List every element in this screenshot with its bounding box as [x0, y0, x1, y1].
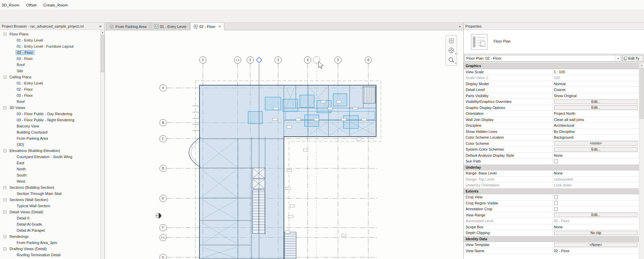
chevron-down-icon[interactable]: ▾: [455, 52, 456, 55]
expander-icon[interactable]: −: [3, 211, 6, 214]
menu-item-3d-room[interactable]: 3D_Room: [0, 0, 23, 7]
tree-item-02-floor[interactable]: 02 - Floor: [0, 49, 100, 56]
property-value[interactable]: 02 - Floor: [553, 248, 639, 254]
expander-icon[interactable]: −: [3, 149, 6, 152]
tree-item-roof[interactable]: Roof: [0, 98, 100, 105]
expander-icon[interactable]: −: [3, 106, 6, 109]
property-edit-button[interactable]: No clip: [554, 231, 638, 235]
type-selector-combobox[interactable]: Floor Plan: 02 - Floor ▾: [464, 55, 621, 62]
property-group-extents[interactable]: Extents: [464, 188, 639, 195]
properties-header[interactable]: Properties: [464, 23, 644, 30]
property-value[interactable]: Clean all wall joins: [553, 117, 639, 123]
project-browser-header[interactable]: Project Browser - rac_advanced_sample_pr…: [0, 23, 104, 30]
properties-scrollbar[interactable]: ▲: [639, 63, 644, 259]
tree-item-02-floor[interactable]: 02 - Floor: [0, 86, 100, 92]
tree-item-elevations-building-elevation[interactable]: −Elevations (Building Elevation): [0, 148, 100, 154]
tree-item-03-floor[interactable]: 03 - Floor: [0, 92, 100, 98]
view-list-dropdown-icon[interactable]: ▼: [458, 25, 461, 28]
type-selector[interactable]: Floor Plan: [464, 30, 644, 54]
scroll-up-icon[interactable]: ▲: [639, 63, 644, 67]
zoom-icon[interactable]: ▾: [447, 56, 456, 64]
expander-icon[interactable]: −: [3, 186, 6, 189]
view-tab-02-floor[interactable]: 02 - Floor✕: [190, 22, 225, 30]
tree-item-03-floor-public-day-rendering[interactable]: 03 - Floor Public - Day Rendering: [0, 111, 100, 117]
browser-scrollbar[interactable]: ▲: [100, 30, 104, 259]
checkbox-unchecked-icon[interactable]: [554, 159, 558, 163]
property-group-graphics[interactable]: Graphics: [464, 63, 639, 69]
tree-item-south[interactable]: South: [0, 172, 100, 178]
tree-item-03-floor-public-night-rendering[interactable]: 03 - Floor Public - Night Rendering: [0, 117, 100, 123]
property-value[interactable]: Edit...: [553, 105, 639, 111]
scrollbar-thumb[interactable]: [640, 68, 644, 119]
property-edit-button[interactable]: Edit...: [554, 213, 638, 217]
property-value[interactable]: 02 - Floor: [553, 218, 639, 224]
property-value[interactable]: By Discipline: [553, 129, 639, 135]
property-value[interactable]: Coarse: [553, 87, 639, 93]
elevation-marker[interactable]: [155, 213, 162, 218]
tree-item-from-parking-area-3pm[interactable]: From Parking Area_3pm: [0, 240, 100, 246]
property-value[interactable]: [553, 158, 639, 164]
property-value[interactable]: Edit...: [553, 99, 639, 105]
property-value[interactable]: [553, 206, 639, 212]
property-value[interactable]: Project North: [553, 111, 639, 117]
steering-wheel-icon[interactable]: ▾: [447, 46, 456, 55]
property-edit-button[interactable]: Edit...: [554, 100, 638, 104]
property-value[interactable]: 1 : 100: [553, 69, 639, 75]
chevron-down-icon[interactable]: ▾: [615, 55, 621, 61]
property-edit-button[interactable]: <none>: [554, 141, 638, 146]
tree-item-building-courtyard[interactable]: Building Courtyard: [0, 129, 100, 135]
property-value[interactable]: Normal: [553, 81, 639, 87]
drawing-area[interactable]: 11.123456 ABCDEFF.1G: [105, 30, 463, 259]
property-value[interactable]: None: [553, 224, 639, 230]
property-value[interactable]: None: [553, 153, 639, 158]
tree-item-drafting-views-detail[interactable]: −Drafting Views (Detail): [0, 246, 100, 252]
tree-item-ceiling-plans[interactable]: −Ceiling Plans: [0, 74, 100, 80]
expander-icon[interactable]: −: [3, 247, 6, 250]
property-value[interactable]: Edit...: [553, 212, 639, 218]
tree-item-site[interactable]: Site: [0, 68, 100, 74]
tree-item-roofing-termination-detail[interactable]: Roofing Termination Detail: [0, 252, 100, 258]
property-value[interactable]: No clip: [553, 230, 639, 236]
property-value[interactable]: Background: [553, 135, 639, 140]
property-value[interactable]: Edit...: [553, 147, 639, 152]
menu-item-offset[interactable]: Offset: [23, 0, 40, 7]
menu-item-create-room[interactable]: Create_Room: [40, 0, 71, 7]
tree-item-sections-wall-section[interactable]: −Sections (Wall Section): [0, 197, 100, 203]
tree-item-detail-at-parapet[interactable]: Detail At Parapet: [0, 227, 100, 233]
close-icon[interactable]: ✕: [98, 25, 103, 28]
tree-item-west[interactable]: West: [0, 178, 100, 184]
property-value[interactable]: <None>: [553, 242, 639, 248]
checkbox-unchecked-icon[interactable]: [554, 207, 558, 211]
property-edit-button[interactable]: Edit...: [554, 147, 638, 152]
view-tab-from-parking-area[interactable]: From Parking Area: [106, 22, 150, 30]
tree-item-01-entry-level[interactable]: 01 - Entry Level: [0, 80, 100, 86]
scroll-up-icon[interactable]: ▲: [100, 30, 104, 34]
chevron-down-icon[interactable]: ▾: [455, 62, 456, 65]
property-group-underlay[interactable]: Underlay: [464, 165, 639, 171]
tree-item-03-floor[interactable]: 03 - Floor: [0, 56, 100, 62]
tree-item-3d[interactable]: {3D}: [0, 141, 100, 148]
property-value[interactable]: Architectural: [553, 123, 639, 128]
close-tab-icon[interactable]: ✕: [219, 25, 221, 28]
edit-type-button[interactable]: Edit Ty: [622, 55, 643, 62]
property-value[interactable]: None: [553, 170, 639, 176]
checkbox-unchecked-icon[interactable]: [554, 195, 558, 199]
view-tab-01-entry-level[interactable]: 01 - Entry Level: [151, 22, 190, 30]
expander-icon[interactable]: −: [3, 235, 6, 238]
tree-item-detail-views-detail[interactable]: −Detail Views (Detail): [0, 209, 100, 215]
property-value[interactable]: Show Original: [553, 93, 639, 99]
tree-item-3d-views[interactable]: −3D Views: [0, 105, 100, 111]
tree-item-courtyard-elevation-south-wing[interactable]: Courtyard Elevation - South Wing: [0, 154, 100, 160]
property-edit-button[interactable]: <None>: [554, 243, 638, 247]
expander-icon[interactable]: −: [3, 198, 6, 201]
property-value[interactable]: [553, 194, 639, 200]
checkbox-unchecked-icon[interactable]: [554, 201, 558, 205]
tree-item-sections-building-section[interactable]: −Sections (Building Section): [0, 184, 100, 191]
expander-icon[interactable]: −: [3, 33, 6, 36]
property-value[interactable]: 100: [553, 75, 639, 81]
tree-item-floor-plans[interactable]: −Floor Plans: [0, 31, 100, 37]
tree-item-north[interactable]: North: [0, 166, 100, 172]
property-value[interactable]: Look down: [553, 182, 639, 188]
tree-item-typical-wall-section[interactable]: Typical Wall Section: [0, 203, 100, 209]
property-value[interactable]: <none>: [553, 141, 639, 147]
